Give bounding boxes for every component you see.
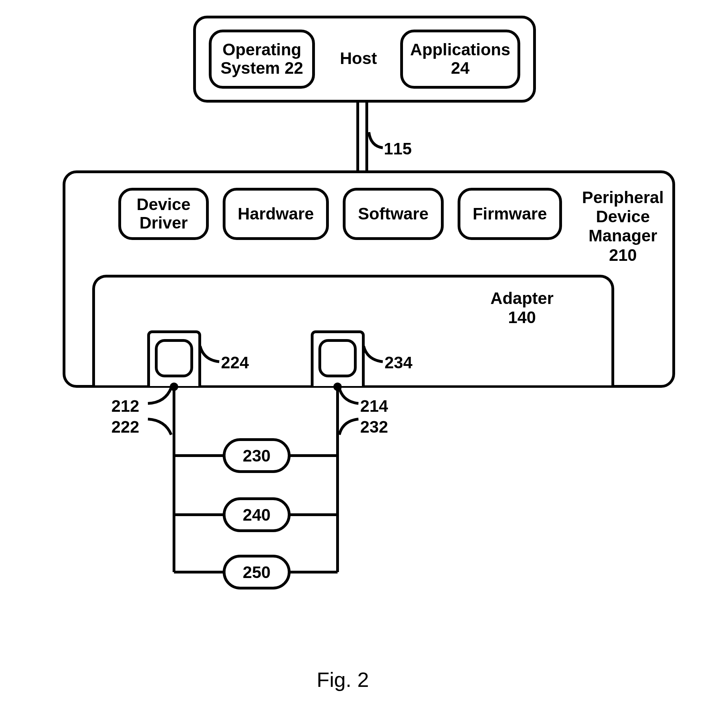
rung-230-r (289, 454, 338, 457)
os-label: Operating System 22 (211, 41, 312, 78)
bus-right (336, 388, 339, 572)
link-line-r (366, 102, 368, 171)
label-212: 212 (112, 397, 139, 415)
label-214: 214 (360, 397, 388, 415)
label-234: 234 (384, 353, 412, 372)
label-115: 115 (384, 139, 412, 158)
apps-box: Applications 24 (400, 29, 520, 89)
label-232: 232 (360, 417, 388, 437)
diagram-canvas: Operating System 22 Host Applications 24… (0, 0, 728, 722)
figure-caption: Fig. 2 (317, 668, 369, 692)
pdm-label: Peripheral Device Manager 210 (580, 188, 667, 265)
node-230: 230 (223, 438, 291, 473)
rung-240-l (174, 513, 225, 516)
hardware-label: Hardware (238, 205, 314, 223)
port-a-inner (155, 339, 193, 377)
bus-left (173, 388, 175, 572)
host-label: Host (334, 49, 383, 68)
hardware-box: Hardware (223, 188, 329, 240)
label-224: 224 (221, 353, 249, 372)
software-label: Software (358, 205, 429, 223)
leader-222 (146, 417, 174, 438)
node-250: 250 (223, 555, 291, 589)
os-box: Operating System 22 (209, 29, 315, 89)
rung-240-r (289, 513, 338, 516)
adapter-label: Adapter 140 (480, 288, 564, 327)
node-230-label: 230 (243, 446, 271, 466)
firmware-box: Firmware (457, 188, 562, 240)
node-240-label: 240 (243, 505, 271, 525)
leader-212 (146, 386, 174, 407)
label-222: 222 (112, 417, 139, 437)
device-driver-box: Device Driver (118, 188, 209, 240)
rung-250-l (174, 571, 225, 574)
node-240: 240 (223, 497, 291, 532)
node-250-label: 250 (243, 563, 271, 582)
port-b-inner (318, 339, 357, 377)
rung-230-l (174, 454, 225, 457)
link-line-l (356, 102, 359, 171)
software-box: Software (343, 188, 444, 240)
rung-250-r (289, 571, 338, 574)
device-driver-label: Device Driver (121, 195, 206, 232)
apps-label: Applications 24 (403, 41, 517, 78)
firmware-label: Firmware (473, 205, 547, 223)
